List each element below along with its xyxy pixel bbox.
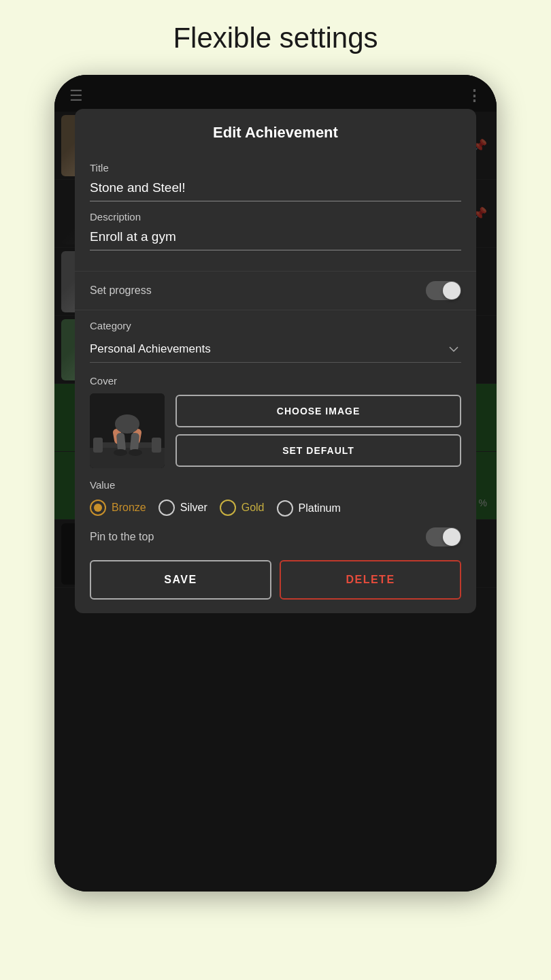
cover-thumbnail [90,393,165,468]
pin-top-label: Pin to the top [90,531,154,543]
cover-label: Cover [90,375,461,387]
svg-point-19 [115,414,139,434]
radio-gold[interactable]: Gold [220,500,265,516]
save-button[interactable]: SAVE [90,560,271,600]
radio-circle-bronze [90,500,106,516]
pin-top-toggle[interactable] [426,527,461,546]
platinum-label: Platinum [299,502,341,514]
svg-point-22 [114,449,127,456]
pin-top-row: Pin to the top [75,517,476,553]
radio-platinum[interactable]: Platinum [277,500,341,517]
title-label: Title [90,162,461,174]
set-progress-label: Set progress [90,284,152,297]
set-progress-row: Set progress [75,271,476,310]
svg-rect-15 [93,438,103,453]
radio-circle-silver [158,500,175,516]
title-input[interactable] [90,178,461,201]
phone-mockup: ☰ ⋮ 🐶 📌 🏆 📌 🏃 🛹 [54,75,497,892]
toggle-knob-pin [443,528,461,546]
toggle-knob [443,282,461,299]
radio-bronze[interactable]: Bronze [90,500,146,516]
gold-label: Gold [241,502,265,514]
category-select[interactable]: Personal Achievements Fitness Sports [90,336,461,363]
description-input[interactable] [90,227,461,250]
svg-rect-16 [152,438,161,453]
radio-circle-platinum [277,500,293,517]
dialog-title: Edit Achievement [75,109,476,152]
choose-image-button[interactable]: CHOOSE IMAGE [176,395,461,427]
svg-rect-14 [97,442,158,448]
radio-dot-bronze [94,504,102,512]
dialog-body: Title Description [75,162,476,264]
phone-background: ☰ ⋮ 🐶 📌 🏆 📌 🏃 🛹 [54,75,497,892]
action-buttons: SAVE DELETE [75,553,476,613]
bronze-label: Bronze [112,502,146,514]
cover-row: CHOOSE IMAGE SET DEFAULT [90,393,461,468]
cover-buttons: CHOOSE IMAGE SET DEFAULT [176,395,461,467]
value-section: Value Bronze Silver Gold [75,479,476,517]
radio-silver[interactable]: Silver [158,500,207,516]
cover-section: Cover [75,375,476,468]
value-label: Value [90,479,461,491]
set-progress-toggle[interactable] [426,281,461,300]
category-section: Category Personal Achievements Fitness S… [75,320,476,363]
set-default-button[interactable]: SET DEFAULT [176,434,461,467]
value-radio-group: Bronze Silver Gold Platinum [90,499,461,517]
description-label: Description [90,211,461,223]
silver-label: Silver [180,502,207,514]
svg-point-23 [129,449,142,456]
edit-achievement-dialog: Edit Achievement Title Description Set p… [75,109,476,613]
category-label: Category [90,320,461,331]
radio-circle-gold [220,500,236,516]
page-title: Flexible settings [173,22,378,54]
delete-button[interactable]: DELETE [280,560,461,600]
